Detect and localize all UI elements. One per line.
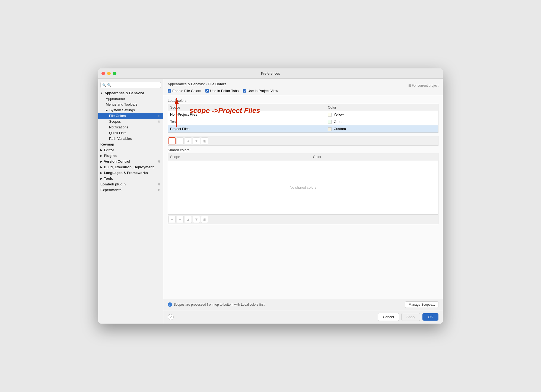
sidebar-item-file-colors[interactable]: File Colors ⎘ bbox=[98, 113, 163, 119]
sidebar-item-languages-frameworks[interactable]: ▶ Languages & Frameworks bbox=[98, 170, 163, 176]
preferences-window: Preferences 🔍 ▼ Appearance & Behavior Ap… bbox=[98, 68, 443, 324]
panel-header: Appearance & Behavior › File Colors ⊞ Fo… bbox=[163, 79, 443, 95]
sidebar-item-label: File Colors bbox=[109, 114, 126, 118]
no-shared-colors-message: No shared colors bbox=[290, 185, 316, 189]
manage-scopes-button[interactable]: Manage Scopes... bbox=[405, 301, 438, 308]
expand-icon: ▶ bbox=[100, 154, 102, 157]
copy-icon: ⎘ bbox=[158, 120, 160, 123]
move-down-shared-button[interactable]: ▼ bbox=[193, 216, 200, 223]
up-icon: ▲ bbox=[186, 139, 190, 143]
table-row[interactable]: Project Files Custom bbox=[168, 125, 438, 133]
scope-column-header: Scope bbox=[168, 153, 311, 160]
use-in-editor-tabs-label: Use in Editor Tabs bbox=[210, 89, 238, 93]
local-colors-label: Local colors: bbox=[168, 99, 438, 103]
expand-icon: ▼ bbox=[100, 92, 103, 94]
remove-icon: − bbox=[179, 139, 181, 143]
panel-body: Local colors: scope ->Project Files bbox=[163, 95, 443, 299]
move-down-local-button[interactable]: ▼ bbox=[193, 137, 200, 144]
window-title: Preferences bbox=[261, 71, 280, 75]
cancel-button[interactable]: Cancel bbox=[378, 313, 399, 321]
add-icon: + bbox=[171, 139, 173, 143]
sidebar-item-label: Quick Lists bbox=[109, 131, 126, 135]
use-in-project-view-input[interactable] bbox=[243, 89, 246, 93]
sidebar-item-label: Appearance bbox=[106, 97, 125, 101]
ok-button[interactable]: OK bbox=[422, 313, 438, 321]
close-button[interactable] bbox=[101, 72, 105, 75]
share-local-button[interactable]: ◉ bbox=[201, 137, 208, 144]
shared-colors-label: Shared colors: bbox=[168, 148, 438, 152]
sidebar-item-scopes[interactable]: Scopes ⎘ bbox=[98, 119, 163, 124]
sidebar-item-tools[interactable]: ▶ Tools bbox=[98, 176, 163, 181]
sidebar-item-plugins[interactable]: ▶ Plugins bbox=[98, 153, 163, 159]
use-in-editor-tabs-checkbox[interactable]: Use in Editor Tabs bbox=[205, 89, 238, 93]
scope-cell: Non-Project Files bbox=[168, 111, 326, 118]
sidebar-item-appearance-behavior[interactable]: ▼ Appearance & Behavior bbox=[98, 90, 163, 96]
sidebar-item-label: Menus and Toolbars bbox=[106, 102, 138, 106]
enable-file-colors-checkbox[interactable]: Enable File Colors bbox=[168, 89, 201, 93]
copy-icon: ⎘ bbox=[158, 183, 160, 186]
search-input[interactable] bbox=[107, 83, 159, 87]
shared-colors-section: Shared colors: Scope Color No shared c bbox=[168, 148, 438, 296]
sidebar-item-label: Build, Execution, Deployment bbox=[104, 165, 154, 169]
info-bar: i Scopes are processed from top to botto… bbox=[163, 299, 443, 310]
sidebar-item-system-settings[interactable]: ▶ System Settings bbox=[98, 107, 163, 113]
sidebar-item-label: Languages & Frameworks bbox=[104, 171, 148, 175]
info-icon: i bbox=[168, 302, 172, 307]
sidebar-item-label: Path Variables bbox=[109, 137, 132, 141]
sidebar-item-appearance[interactable]: Appearance bbox=[98, 96, 163, 102]
sidebar-item-lombok[interactable]: Lombok plugin ⎘ bbox=[98, 181, 163, 187]
table-row[interactable]: Non-Project Files Yellow bbox=[168, 111, 438, 118]
share-shared-button[interactable]: ◉ bbox=[201, 216, 208, 223]
sidebar-item-editor[interactable]: ▶ Editor bbox=[98, 147, 163, 153]
remove-icon: − bbox=[179, 217, 181, 222]
checkboxes-row: Enable File Colors Use in Editor Tabs Us… bbox=[168, 89, 438, 93]
breadcrumb-current: File Colors bbox=[208, 82, 227, 86]
use-in-project-view-checkbox[interactable]: Use in Project View bbox=[243, 89, 278, 93]
remove-shared-color-button[interactable]: − bbox=[177, 216, 184, 223]
search-box[interactable]: 🔍 bbox=[100, 82, 161, 88]
sidebar-item-notifications[interactable]: Notifications bbox=[98, 124, 163, 130]
enable-file-colors-label: Enable File Colors bbox=[172, 89, 201, 93]
local-colors-section: Local colors: scope ->Project Files bbox=[168, 99, 438, 146]
sidebar-item-experimental[interactable]: Experimental ⎘ bbox=[98, 187, 163, 193]
share-icon: ◉ bbox=[203, 217, 206, 222]
enable-file-colors-input[interactable] bbox=[168, 89, 171, 93]
sidebar-item-keymap[interactable]: Keymap bbox=[98, 141, 163, 147]
minimize-button[interactable] bbox=[107, 72, 111, 75]
info-bar-left: i Scopes are processed from top to botto… bbox=[168, 302, 265, 307]
add-local-color-button[interactable]: + bbox=[168, 137, 176, 144]
move-up-shared-button[interactable]: ▲ bbox=[185, 216, 192, 223]
sidebar-item-path-variables[interactable]: Path Variables bbox=[98, 136, 163, 141]
add-shared-color-button[interactable]: + bbox=[168, 216, 176, 223]
breadcrumb-parent: Appearance & Behavior bbox=[168, 82, 205, 86]
sidebar-item-label: Appearance & Behavior bbox=[104, 91, 144, 95]
remove-local-color-button[interactable]: − bbox=[177, 137, 184, 144]
move-up-local-button[interactable]: ▲ bbox=[185, 137, 192, 144]
scope-cell: Tests bbox=[168, 118, 326, 125]
sidebar-item-label: System Settings bbox=[109, 108, 135, 112]
sidebar-item-label: Scopes bbox=[109, 119, 121, 124]
apply-button[interactable]: Apply bbox=[401, 313, 421, 321]
main-panel: Appearance & Behavior › File Colors ⊞ Fo… bbox=[163, 79, 443, 324]
sidebar-item-build-exec[interactable]: ▶ Build, Execution, Deployment bbox=[98, 164, 163, 170]
sidebar-item-version-control[interactable]: ▶ Version Control ⎘ bbox=[98, 159, 163, 164]
local-table-wrapper: scope ->Project Files Scope Color No bbox=[168, 104, 438, 136]
color-cell: Yellow bbox=[326, 111, 438, 118]
up-icon: ▲ bbox=[186, 217, 190, 222]
help-button[interactable]: ? bbox=[168, 314, 174, 320]
table-row[interactable]: Tests Green bbox=[168, 118, 438, 125]
main-content: 🔍 ▼ Appearance & Behavior Appearance Men… bbox=[98, 79, 443, 324]
color-column-header: Color bbox=[326, 104, 438, 111]
use-in-editor-tabs-input[interactable] bbox=[205, 89, 209, 93]
sidebar-item-menus-toolbars[interactable]: Menus and Toolbars bbox=[98, 102, 163, 107]
sidebar-item-label: Editor bbox=[104, 148, 114, 152]
add-icon: + bbox=[171, 217, 173, 222]
color-column-header: Color bbox=[311, 153, 438, 160]
sidebar-item-label: Version Control bbox=[104, 159, 130, 163]
sidebar-item-quick-lists[interactable]: Quick Lists bbox=[98, 130, 163, 136]
expand-icon: ▶ bbox=[100, 177, 102, 180]
maximize-button[interactable] bbox=[113, 72, 116, 75]
expand-icon: ▶ bbox=[100, 172, 102, 174]
sidebar-item-label: Lombok plugin bbox=[100, 182, 126, 186]
shared-table-toolbar: + − ▲ ▼ ◉ bbox=[168, 215, 438, 224]
